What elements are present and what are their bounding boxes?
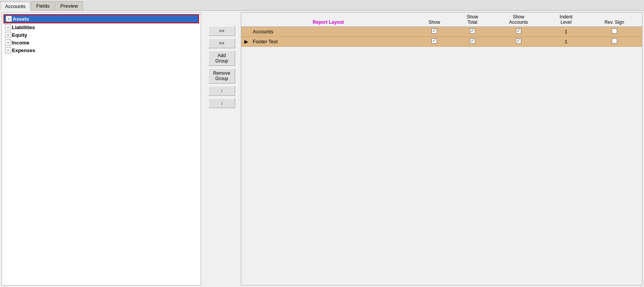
tree-container: + Assets + Liabilities + Equity + Income…	[2, 13, 201, 56]
table-row: Accounts 1	[241, 27, 642, 37]
show-accounts-checkbox-accounts[interactable]	[491, 27, 545, 37]
rev-sign-checkbox-accounts[interactable]	[586, 27, 642, 37]
show-total-checkbox-accounts[interactable]	[453, 27, 491, 37]
show-cb-footer[interactable]	[432, 38, 437, 44]
add-left-button[interactable]: <<	[208, 38, 235, 48]
row-name-footer-text: Footer Text	[250, 37, 415, 47]
show-cb-accounts[interactable]	[432, 28, 437, 34]
tab-preview[interactable]: Preview	[55, 1, 83, 10]
row-arrow-footer: ▶	[244, 39, 248, 44]
tree-label-liabilities: Liabilities	[12, 25, 35, 30]
add-right-button[interactable]: >>	[208, 26, 235, 36]
col-header-show: Show	[415, 13, 453, 27]
expand-icon-income[interactable]: +	[5, 39, 11, 46]
show-accounts-cb-footer[interactable]	[516, 38, 521, 44]
main-container: + Assets + Liabilities + Equity + Income…	[0, 11, 644, 287]
report-table: Report Layout Show Show Total Show Accou…	[241, 13, 642, 47]
tree-item-expenses[interactable]: + Expenses	[3, 46, 199, 54]
show-total-cb-accounts[interactable]	[470, 28, 475, 34]
indent-level-accounts: 1	[545, 27, 586, 37]
tree-label-assets: Assets	[13, 16, 29, 22]
table-row: ▶ Footer Text 1	[241, 37, 642, 47]
show-total-cb-footer[interactable]	[470, 38, 475, 44]
remove-group-button[interactable]: Remove Group	[208, 68, 235, 84]
tab-accounts[interactable]: Accounts	[0, 2, 30, 11]
expand-icon-equity[interactable]: +	[5, 32, 11, 38]
middle-panel: >> << Add Group Remove Group ↑ ↓	[203, 11, 241, 287]
show-checkbox-accounts[interactable]	[415, 27, 453, 37]
expand-icon-assets[interactable]: +	[6, 16, 12, 22]
expand-icon-liabilities[interactable]: +	[5, 24, 11, 30]
tab-bar: Accounts Fields Preview	[0, 0, 644, 11]
rev-sign-cb-footer[interactable]	[612, 38, 617, 44]
tree-item-liabilities[interactable]: + Liabilities	[3, 23, 199, 31]
left-panel: + Assets + Liabilities + Equity + Income…	[2, 12, 201, 285]
tree-label-income: Income	[12, 40, 30, 46]
col-header-show-total: Show Total	[453, 13, 491, 27]
row-name-accounts: Accounts	[250, 27, 415, 37]
report-layout-title: Report Layout	[241, 13, 415, 27]
show-total-checkbox-footer[interactable]	[453, 37, 491, 47]
rev-sign-cb-accounts[interactable]	[612, 28, 617, 34]
show-accounts-cb-accounts[interactable]	[516, 28, 521, 34]
tree-label-expenses: Expenses	[12, 48, 35, 53]
tab-fields[interactable]: Fields	[31, 1, 54, 10]
move-down-button[interactable]: ↓	[208, 98, 235, 108]
tree-label-equity: Equity	[12, 32, 27, 38]
expand-icon-expenses[interactable]: +	[5, 47, 11, 53]
right-panel: Report Layout Show Show Total Show Accou…	[241, 12, 642, 285]
indent-level-footer: 1	[545, 37, 586, 47]
move-up-button[interactable]: ↑	[208, 86, 235, 96]
show-accounts-checkbox-footer[interactable]	[491, 37, 545, 47]
tree-item-equity[interactable]: + Equity	[3, 31, 199, 39]
show-checkbox-footer[interactable]	[415, 37, 453, 47]
col-header-indent-level: Indent Level	[545, 13, 586, 27]
tree-item-assets[interactable]: + Assets	[3, 14, 199, 23]
tree-item-income[interactable]: + Income	[3, 39, 199, 46]
col-header-rev-sign: Rev. Sign	[586, 13, 642, 27]
add-group-button[interactable]: Add Group	[208, 51, 235, 66]
col-header-show-accounts: Show Accounts	[491, 13, 545, 27]
rev-sign-checkbox-footer[interactable]	[586, 37, 642, 47]
